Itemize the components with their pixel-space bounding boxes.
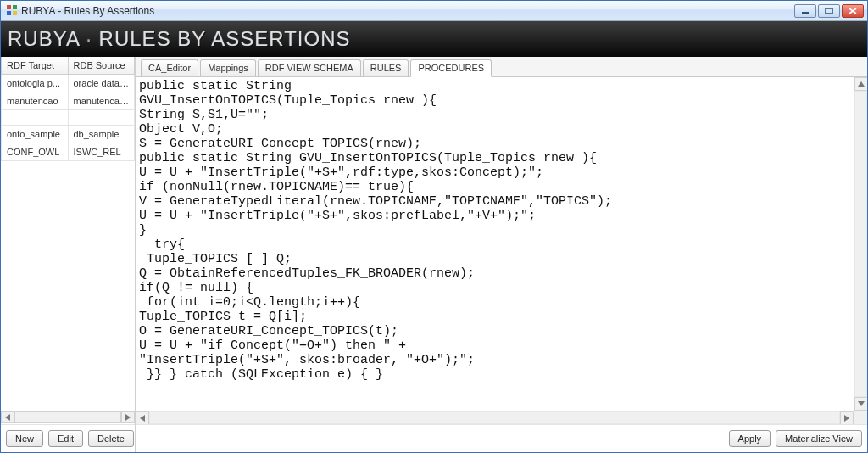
code-text[interactable]: public static String GVU_InsertOnTOPICS(… <box>136 77 854 411</box>
scroll-corner <box>854 411 867 424</box>
window-title: RUBYA - Rules By Assertions <box>21 5 794 17</box>
svg-rect-0 <box>7 5 11 9</box>
scroll-right-icon[interactable] <box>840 411 854 424</box>
tab-ca_editor[interactable]: CA_Editor <box>141 59 198 76</box>
scroll-left-icon[interactable] <box>1 411 14 423</box>
tab-mappings[interactable]: Mappings <box>200 59 256 76</box>
right-buttons: Apply Materialize View <box>136 424 867 452</box>
mapping-rows: ontologia p...oracle datab...manutencaom… <box>1 75 135 411</box>
window-controls <box>794 4 864 18</box>
col-rdb-source[interactable]: RDB Source <box>69 57 136 75</box>
tab-procedures[interactable]: PROCEDURES <box>410 59 492 77</box>
v-scroll-track[interactable] <box>854 91 867 397</box>
main-split: RDF Target RDB Source ontologia p...orac… <box>1 57 867 452</box>
col-rdf-target[interactable]: RDF Target <box>1 57 69 75</box>
scroll-right-icon[interactable] <box>121 411 135 423</box>
left-h-scrollbar[interactable] <box>1 411 135 424</box>
banner-left: RUBYA <box>8 27 80 50</box>
code-area: public static String GVU_InsertOnTOPICS(… <box>136 77 867 424</box>
svg-marker-10 <box>858 81 865 87</box>
scroll-up-icon[interactable] <box>854 77 867 91</box>
left-panel: RDF Target RDB Source ontologia p...orac… <box>1 57 136 452</box>
banner-sep: · <box>86 27 92 50</box>
svg-rect-2 <box>7 11 11 15</box>
banner-text: RUBYA · RULES BY ASSERTIONS <box>8 27 351 51</box>
banner-right: RULES BY ASSERTIONS <box>99 27 351 50</box>
cell-rdf-target: manutencao <box>1 92 69 110</box>
titlebar: RUBYA - Rules By Assertions <box>1 1 867 21</box>
close-button[interactable] <box>842 4 864 18</box>
tab-rules[interactable]: RULES <box>363 59 409 76</box>
table-row[interactable]: ontologia p...oracle datab... <box>1 75 135 92</box>
left-header: RDF Target RDB Source <box>1 57 135 75</box>
cell-rdb-source <box>69 110 136 126</box>
table-row[interactable]: onto_sampledb_sample <box>1 126 135 143</box>
left-buttons: New Edit Delete <box>1 424 135 452</box>
cell-rdb-source: db_sample <box>69 126 136 143</box>
cell-rdb-source: manutencao... <box>69 92 136 110</box>
scroll-track[interactable] <box>14 411 121 423</box>
table-row[interactable] <box>1 110 135 126</box>
table-row[interactable]: CONF_OWLISWC_REL <box>1 143 135 161</box>
svg-marker-9 <box>125 414 131 421</box>
edit-button[interactable]: Edit <box>48 430 83 447</box>
maximize-button[interactable] <box>818 4 840 18</box>
delete-button[interactable]: Delete <box>88 430 134 447</box>
table-row[interactable]: manutencaomanutencao... <box>1 92 135 110</box>
svg-marker-12 <box>140 415 145 422</box>
right-panel: CA_EditorMappingsRDF VIEW SCHEMARULESPRO… <box>136 57 867 452</box>
minimize-button[interactable] <box>794 4 816 18</box>
svg-marker-13 <box>844 415 849 422</box>
cell-rdf-target <box>1 110 69 126</box>
scroll-left-icon[interactable] <box>136 411 149 424</box>
cell-rdf-target: onto_sample <box>1 126 69 143</box>
svg-rect-3 <box>13 11 17 15</box>
cell-rdf-target: ontologia p... <box>1 75 69 92</box>
tab-rdf_view_schema[interactable]: RDF VIEW SCHEMA <box>258 59 361 76</box>
cell-rdb-source: oracle datab... <box>69 75 136 92</box>
v-scrollbar[interactable] <box>854 77 867 411</box>
app-banner: RUBYA · RULES BY ASSERTIONS <box>1 21 867 57</box>
cell-rdf-target: CONF_OWL <box>1 143 69 161</box>
cell-rdb-source: ISWC_REL <box>69 143 136 161</box>
apply-button[interactable]: Apply <box>729 430 771 447</box>
svg-rect-1 <box>13 5 17 9</box>
materialize-view-button[interactable]: Materialize View <box>776 430 862 447</box>
app-icon <box>6 4 18 18</box>
tab-bar: CA_EditorMappingsRDF VIEW SCHEMARULESPRO… <box>136 57 867 77</box>
svg-marker-11 <box>858 401 865 406</box>
h-scroll-track[interactable] <box>149 411 840 424</box>
new-button[interactable]: New <box>6 430 43 447</box>
scroll-down-icon[interactable] <box>854 397 867 411</box>
h-scrollbar[interactable] <box>136 411 854 424</box>
svg-rect-5 <box>826 8 832 14</box>
svg-marker-8 <box>5 414 10 421</box>
